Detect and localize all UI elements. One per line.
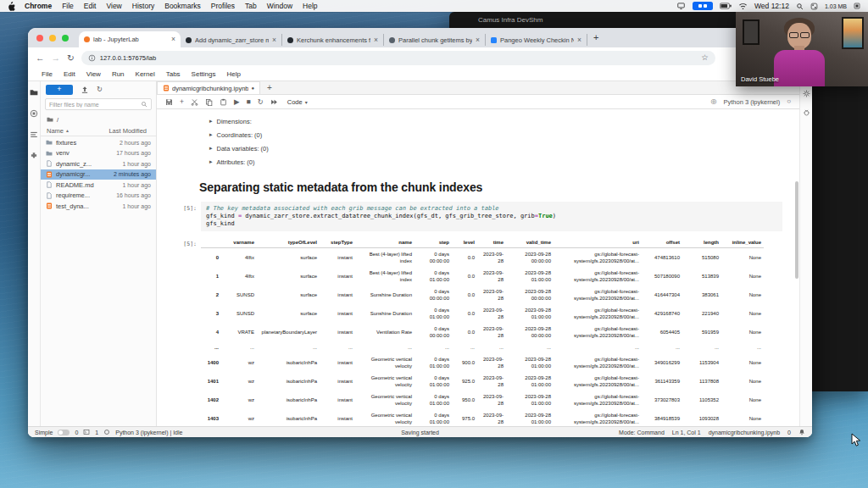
terminals-count[interactable]: 0: [75, 430, 78, 435]
macos-menu-history[interactable]: History: [132, 2, 154, 10]
bell-icon[interactable]: [798, 429, 805, 435]
new-tab-button[interactable]: +: [593, 33, 598, 42]
jupyter-menu-view[interactable]: View: [86, 70, 101, 78]
code-editor[interactable]: # The key metadata associated with each …: [201, 202, 782, 231]
cell-type-dropdown[interactable]: Code ▾: [287, 98, 308, 106]
jupyter-menu-kernel[interactable]: Kernel: [136, 70, 155, 78]
close-window-button[interactable]: [36, 35, 43, 42]
file-row[interactable]: dynamic_z...1 hour ago: [41, 158, 156, 169]
table-cell: gs://global-forecast-system/gfs.20230928…: [554, 372, 642, 391]
column-header-name[interactable]: Name: [47, 127, 64, 135]
xarray-section[interactable]: ▸Coordinates: (0): [209, 128, 799, 141]
restart-run-all-icon[interactable]: [270, 98, 278, 106]
simple-mode-toggle[interactable]: [58, 430, 70, 435]
tab-close-icon[interactable]: ×: [476, 36, 480, 44]
jupyter-menu-run[interactable]: Run: [112, 70, 125, 78]
notification-count[interactable]: 0: [787, 430, 791, 435]
jupyter-menu-help[interactable]: Help: [227, 70, 241, 78]
kernel-status-text[interactable]: Python 3 (ipykernel) | Idle: [115, 430, 182, 435]
xarray-section[interactable]: ▸Attributes: (0): [209, 155, 799, 169]
file-filter-input[interactable]: Filter files by name: [45, 98, 152, 110]
tab-close-icon[interactable]: ×: [577, 36, 581, 44]
reload-button[interactable]: ↻: [67, 53, 75, 63]
property-inspector-icon[interactable]: [803, 90, 810, 97]
file-row[interactable]: test_dyna...1 hour ago: [41, 201, 156, 212]
notebook-scrollbar[interactable]: [795, 181, 798, 279]
mode-indicator[interactable]: Mode: Command: [619, 430, 665, 435]
xarray-section[interactable]: ▸Data variables: (0): [209, 141, 799, 155]
file-browser-icon[interactable]: [30, 88, 38, 97]
macos-menu-chrome[interactable]: Chrome: [25, 2, 52, 10]
add-tab-button[interactable]: +: [267, 84, 272, 92]
macos-menu-help[interactable]: Help: [303, 2, 317, 10]
jupyter-menu-edit[interactable]: Edit: [64, 70, 75, 78]
kernel-status-icon[interactable]: ○: [787, 98, 791, 105]
chrome-tab[interactable]: Pangeo Weekly Checkin Not...×: [486, 34, 587, 46]
macos-menu-window[interactable]: Window: [267, 2, 292, 10]
extension-manager-icon[interactable]: [30, 152, 38, 160]
interrupt-kernel-icon[interactable]: ■: [247, 98, 251, 106]
chrome-tab[interactable]: lab - JupyterLab×: [79, 31, 181, 47]
column-header-modified[interactable]: Last Modified: [108, 127, 150, 135]
jupyter-menu-file[interactable]: File: [42, 70, 53, 78]
bookmark-star-icon[interactable]: ☆: [701, 53, 709, 62]
macos-menu-view[interactable]: View: [106, 2, 121, 10]
running-sessions-icon[interactable]: [30, 109, 38, 118]
webcam-overlay: David Stuebe: [736, 12, 868, 86]
kernel-picker-icon[interactable]: ◎: [710, 98, 716, 105]
debugger-icon[interactable]: [803, 108, 810, 116]
file-row[interactable]: README.md1 hour ago: [41, 180, 156, 191]
tab-close-icon[interactable]: ×: [374, 36, 378, 44]
search-icon[interactable]: [796, 3, 804, 10]
address-bar[interactable]: 127.0.0.1:57675/lab ☆: [81, 51, 715, 65]
kernels-count[interactable]: 1: [95, 430, 98, 435]
battery-icon[interactable]: [720, 3, 732, 9]
display-icon[interactable]: [676, 2, 686, 10]
menu-extra-icon[interactable]: [854, 3, 860, 9]
tab-close-icon[interactable]: ×: [272, 36, 276, 44]
insert-cell-icon[interactable]: +: [180, 98, 184, 106]
kernel-name[interactable]: Python 3 (ipykernel): [723, 98, 780, 106]
save-icon[interactable]: [165, 98, 173, 106]
tab-close-icon[interactable]: ×: [171, 36, 175, 43]
macos-menu-tab[interactable]: Tab: [245, 2, 257, 10]
macos-menu-file[interactable]: File: [62, 2, 74, 10]
file-row[interactable]: fixtures2 hours ago: [41, 137, 156, 148]
upload-icon[interactable]: [81, 86, 89, 94]
cut-cell-icon[interactable]: [191, 98, 198, 106]
network-monitor[interactable]: 1.03 MB: [825, 3, 847, 9]
file-row[interactable]: venv17 hours ago: [41, 148, 156, 159]
restart-kernel-icon[interactable]: ↻: [258, 98, 264, 106]
breadcrumb[interactable]: /: [41, 114, 156, 125]
run-cell-icon[interactable]: ▶: [234, 98, 240, 106]
zoom-window-button[interactable]: [62, 35, 69, 42]
table-of-contents-icon[interactable]: [30, 130, 38, 139]
chrome-tab[interactable]: Parallel chunk getitems by e...×: [384, 34, 486, 46]
macos-menu-profiles[interactable]: Profiles: [211, 2, 235, 10]
macos-menu-bookmarks[interactable]: Bookmarks: [164, 2, 201, 10]
notebook-tab[interactable]: dynamicgribchunking.ipynb ●: [157, 81, 260, 94]
chrome-tab[interactable]: Add dynamic_zarr_store mo...×: [181, 34, 282, 46]
jupyter-menu-tabs[interactable]: Tabs: [166, 70, 181, 78]
forward-button[interactable]: →: [52, 53, 61, 63]
xarray-section[interactable]: ▸Dimensions:: [209, 114, 799, 128]
site-info-icon[interactable]: [88, 54, 96, 62]
wifi-icon[interactable]: [738, 3, 748, 10]
screen-sharing-indicator[interactable]: [693, 2, 713, 10]
control-center-icon[interactable]: [810, 3, 818, 10]
copy-cell-icon[interactable]: [205, 98, 213, 106]
paste-cell-icon[interactable]: [220, 98, 227, 106]
cursor-position[interactable]: Ln 1, Col 1: [672, 430, 701, 435]
refresh-icon[interactable]: ↻: [97, 86, 103, 93]
new-launcher-button[interactable]: +: [46, 85, 73, 95]
file-row[interactable]: dynamicgr...2 minutes ago: [41, 169, 156, 180]
apple-menu-icon[interactable]: [8, 2, 15, 11]
minimize-window-button[interactable]: [49, 35, 56, 42]
file-row[interactable]: requireme...16 hours ago: [41, 191, 156, 202]
unsaved-changes-icon[interactable]: ●: [251, 86, 254, 91]
back-button[interactable]: ←: [36, 53, 45, 63]
jupyter-menu-settings[interactable]: Settings: [192, 70, 216, 78]
macos-menu-edit[interactable]: Edit: [84, 2, 97, 10]
menubar-clock[interactable]: Wed 12:12: [754, 2, 789, 10]
chrome-tab[interactable]: Kerchunk enhancements for ...×: [282, 34, 384, 46]
